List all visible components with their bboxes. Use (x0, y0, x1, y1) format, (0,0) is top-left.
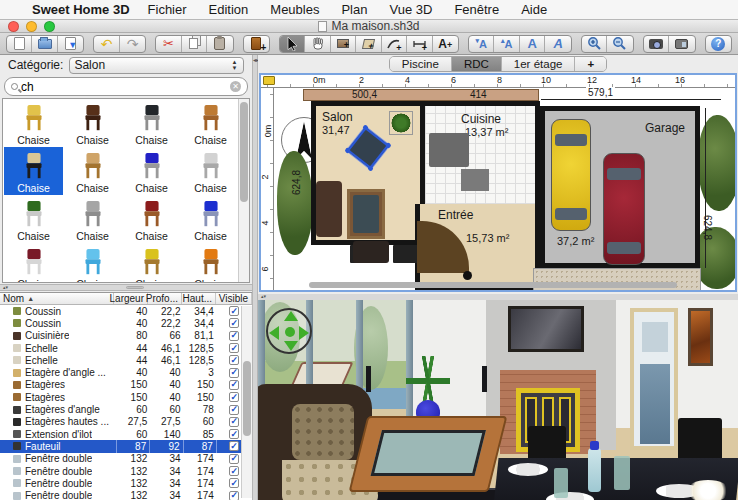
menu-item[interactable]: Meubles (270, 2, 319, 17)
catalog-item[interactable]: Chaise (181, 243, 240, 283)
view-3d[interactable] (258, 300, 738, 500)
table-row[interactable]: Fenêtre double 132 34 174 ✓ (0, 477, 252, 489)
visible-checkbox[interactable]: ✓ (229, 392, 239, 402)
add-level-tab[interactable]: + (575, 57, 606, 71)
catalog-scrollbar[interactable] (238, 99, 249, 282)
visible-checkbox[interactable]: ✓ (229, 368, 239, 378)
plan-view[interactable]: 0m246810121416 0m246 500,4 414 579,1 624… (259, 73, 737, 292)
menu-item[interactable]: Plan (341, 2, 367, 17)
catalog-item[interactable]: Chaise (4, 195, 63, 243)
zoom-out-button[interactable] (607, 36, 632, 52)
table-row[interactable]: Etagères hautes ... 27,5 27,5 60 ✓ (0, 416, 252, 428)
plan-horizontal-scrollbar[interactable] (309, 282, 677, 288)
close-button[interactable] (8, 21, 19, 32)
table-scrollbar[interactable] (241, 306, 252, 498)
catalog-item[interactable]: Chaise (63, 99, 122, 147)
table-row[interactable]: Coussin 40 22,2 34,4 ✓ (0, 317, 252, 329)
visible-checkbox[interactable]: ✓ (229, 454, 239, 464)
catalog-item[interactable]: Chaise (181, 195, 240, 243)
catalog-item[interactable]: Chaise (4, 147, 63, 195)
column-header-visible[interactable]: Visible (216, 293, 252, 304)
catalog-item[interactable]: Chaise (122, 147, 181, 195)
catalog-item[interactable]: Chaise (181, 147, 240, 195)
table-row[interactable]: Fauteuil 87 92 87 ✓ (0, 440, 252, 452)
catalog-item[interactable]: Chaise (181, 99, 240, 147)
select-tool-button[interactable] (280, 36, 305, 52)
add-furniture-button[interactable] (244, 36, 269, 52)
dining-set-shape[interactable] (353, 241, 389, 263)
increase-text-size-button[interactable]: ▴A (494, 36, 519, 52)
menu-item[interactable]: Fichier (148, 2, 187, 17)
copy-button[interactable] (182, 36, 207, 52)
minimize-button[interactable] (26, 21, 37, 32)
table-row[interactable]: Etagères 150 40 150 ✓ (0, 391, 252, 403)
menu-item[interactable]: Fenêtre (454, 2, 499, 17)
yellow-car-shape[interactable] (551, 119, 591, 231)
catalog-item[interactable]: Chaise (63, 195, 122, 243)
visible-checkbox[interactable]: ✓ (229, 405, 239, 415)
catalog-item[interactable]: Chaise (122, 99, 181, 147)
undo-button[interactable]: ↶ (94, 36, 120, 52)
paste-button[interactable] (207, 36, 232, 52)
zoom-in-button[interactable] (582, 36, 608, 52)
tab-rdc[interactable]: RDC (452, 57, 502, 71)
bold-button[interactable]: A (520, 36, 545, 52)
sofa-shape[interactable] (316, 181, 342, 237)
clear-search-icon[interactable]: ✕ (230, 81, 241, 92)
open-document-button[interactable] (32, 36, 57, 52)
tab-piscine[interactable]: Piscine (390, 57, 452, 71)
catalog-item[interactable]: Chaise (122, 243, 181, 283)
app-menu[interactable]: Sweet Home 3D (32, 2, 130, 17)
tab-1er-etage[interactable]: 1er étage (502, 57, 576, 71)
kitchen-counter-shape[interactable] (429, 133, 469, 167)
pan-tool-button[interactable] (305, 36, 330, 52)
redo-button[interactable]: ↷ (120, 36, 145, 52)
zoom-button[interactable] (44, 21, 55, 32)
table-row[interactable]: Etagères d'angle 60 60 78 ✓ (0, 403, 252, 415)
visible-checkbox[interactable]: ✓ (229, 441, 239, 451)
column-header-profondeur[interactable]: Profo... (148, 293, 182, 304)
visible-checkbox[interactable]: ✓ (229, 306, 239, 316)
coffee-table-shape[interactable] (347, 189, 385, 239)
new-document-button[interactable] (7, 36, 32, 52)
table-row[interactable]: Echelle 44 46,1 128,5 ✓ (0, 354, 252, 366)
red-car-shape[interactable] (603, 153, 645, 265)
catalog-item[interactable]: Chaise (4, 243, 63, 283)
create-dimensions-button[interactable] (407, 36, 432, 52)
create-video-button[interactable] (669, 36, 694, 52)
catalog-item[interactable]: Chaise (63, 147, 122, 195)
italic-button[interactable]: A (545, 36, 570, 52)
visible-checkbox[interactable]: ✓ (229, 417, 239, 427)
catalog-item[interactable]: Chaise (122, 195, 181, 243)
add-texts-button[interactable]: A+ (433, 36, 458, 52)
create-photo-button[interactable] (644, 36, 670, 52)
table-row[interactable]: Etagères 150 40 150 ✓ (0, 379, 252, 391)
help-button[interactable]: ? (706, 36, 731, 52)
column-header-hauteur[interactable]: Haut... (182, 293, 216, 304)
table-row[interactable]: Extension d'ilot 60 140 85 ✓ (0, 428, 252, 440)
cut-button[interactable]: ✂ (156, 36, 181, 52)
catalog-table-splitter[interactable]: ▴▾ (0, 284, 252, 291)
catalog-item[interactable]: Chaise (63, 243, 122, 283)
window-title-bar[interactable]: Ma maison.sh3d (0, 20, 738, 33)
create-rooms-button[interactable] (356, 36, 381, 52)
visible-checkbox[interactable]: ✓ (229, 491, 239, 500)
decrease-text-size-button[interactable]: ▾A (469, 36, 494, 52)
3d-navigation-compass[interactable] (266, 308, 312, 354)
create-walls-button[interactable] (331, 36, 356, 52)
table-row[interactable]: Echelle 44 46,1 128,5 ✓ (0, 342, 252, 354)
visible-checkbox[interactable]: ✓ (229, 331, 239, 341)
visible-checkbox[interactable]: ✓ (229, 380, 239, 390)
visible-checkbox[interactable]: ✓ (229, 429, 239, 439)
visible-checkbox[interactable]: ✓ (229, 343, 239, 353)
column-header-nom[interactable]: Nom (0, 293, 114, 304)
menu-item[interactable]: Aide (521, 2, 547, 17)
menu-item[interactable]: Edition (209, 2, 249, 17)
visible-checkbox[interactable]: ✓ (229, 478, 239, 488)
category-select[interactable]: Salon ▲▼ (69, 57, 244, 74)
table-row[interactable]: Fenêtre double 132 34 174 ✓ (0, 489, 252, 500)
column-header-largeur[interactable]: Largeur (114, 293, 148, 304)
save-document-button[interactable]: ▼ (58, 36, 83, 52)
menu-item[interactable]: Vue 3D (389, 2, 432, 17)
document-proxy-icon[interactable] (318, 21, 327, 32)
